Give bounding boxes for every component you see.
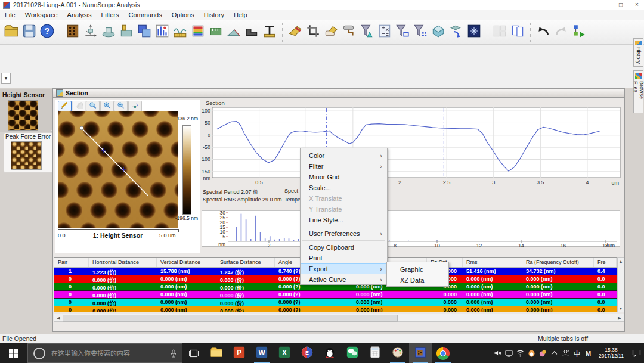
cortana-icon[interactable]	[33, 348, 45, 359]
tab-browse-files[interactable]: Browse Files	[633, 70, 643, 113]
restore-button[interactable]: □	[612, 0, 630, 10]
slope-button[interactable]	[225, 23, 243, 42]
tab-history[interactable]: History	[633, 38, 643, 67]
export-model-button[interactable]	[447, 23, 465, 42]
menu-history[interactable]: History	[199, 11, 229, 18]
minimize-button[interactable]: —	[594, 0, 612, 10]
menu-item-scale[interactable]: Scale...	[301, 182, 387, 193]
scroll-left-icon[interactable]: ◀	[55, 316, 61, 321]
clean-squeegee-button[interactable]	[286, 23, 304, 42]
overlay-images-button[interactable]	[135, 23, 153, 42]
wave-ruler-button[interactable]	[171, 23, 189, 42]
menu-item-filter[interactable]: Filter›	[301, 161, 387, 172]
line-section-tool-button[interactable]	[58, 101, 72, 111]
math-filter-button[interactable]	[376, 23, 394, 42]
microphone-icon[interactable]	[170, 349, 177, 358]
crop-tool-button[interactable]	[304, 23, 322, 42]
start-button[interactable]	[0, 343, 27, 363]
menu-item-user-preferences[interactable]: User Preferences›	[301, 228, 387, 239]
zoom-out-tool-button[interactable]	[114, 101, 128, 111]
funnel-peak-filter-button[interactable]	[358, 23, 376, 42]
ime-indicator[interactable]: 中	[571, 343, 583, 363]
m-badge[interactable]: M	[583, 343, 594, 363]
menu-item-x-translate[interactable]: X Translate	[301, 193, 387, 204]
ev-app-taskbar-button[interactable]: E	[296, 343, 318, 363]
clock[interactable]: 15:38 2017/12/11	[594, 343, 628, 363]
menu-file[interactable]: File	[0, 11, 20, 18]
table-horizontal-scrollbar[interactable]: ◀ ▶	[54, 314, 624, 322]
taskbar-search[interactable]	[27, 343, 182, 363]
chrome-taskbar-button[interactable]	[432, 343, 454, 363]
menu-item-print[interactable]: Print	[301, 253, 387, 263]
spectrum-2d-button[interactable]	[465, 23, 483, 42]
action-center-button[interactable]	[628, 343, 644, 363]
column-header[interactable]: Surface Distance	[216, 258, 275, 267]
leveling-button[interactable]	[100, 23, 117, 42]
afm-image[interactable]	[58, 111, 178, 228]
file-explorer-taskbar-button[interactable]	[205, 343, 228, 363]
scrollbar-thumb[interactable]	[63, 315, 398, 322]
menu-item-active-curve[interactable]: Active Curve›	[301, 274, 387, 285]
redo-button[interactable]	[552, 23, 570, 42]
menu-help[interactable]: Help	[229, 11, 252, 18]
scroll-down-icon[interactable]: ▼	[618, 306, 624, 311]
paint-taskbar-button[interactable]	[386, 343, 409, 363]
menu-analysis[interactable]: Analysis	[63, 11, 97, 18]
qq-tray-2-icon[interactable]	[526, 343, 537, 363]
rainbow-map-button[interactable]	[189, 23, 207, 42]
view-3d-button[interactable]	[429, 23, 447, 42]
column-header[interactable]: Fre	[594, 258, 617, 267]
step-measure-button[interactable]	[243, 23, 261, 42]
menu-item-copy-clipboard[interactable]: Copy Clipboard	[301, 242, 387, 253]
column-header[interactable]: Pair	[54, 258, 89, 267]
funnel-box-filter-button[interactable]	[394, 23, 411, 42]
green-ruler-button[interactable]	[207, 23, 225, 42]
menu-commands[interactable]: Commands	[123, 11, 166, 18]
funnel-grid-filter-button[interactable]	[411, 23, 429, 42]
menu-item-export[interactable]: Export›	[301, 263, 387, 274]
tray-expand-icon[interactable]	[549, 343, 560, 363]
undo-button[interactable]	[534, 23, 552, 42]
column-header[interactable]: Ra (Frequency Cutoff)	[522, 258, 594, 267]
scroll-up-icon[interactable]: ▲	[618, 259, 624, 263]
zoom-in-tool-button[interactable]	[100, 101, 114, 111]
column-header[interactable]: Rms	[463, 258, 522, 267]
word-taskbar-button[interactable]: W	[250, 343, 273, 363]
menu-item-color[interactable]: Color›	[301, 150, 387, 161]
menu-filters[interactable]: Filters	[97, 11, 124, 18]
menu-item-graphic[interactable]: Graphic	[387, 264, 448, 275]
volume-muted-icon[interactable]	[492, 343, 503, 363]
tab-list-dropdown-icon[interactable]: ▼	[1, 73, 11, 84]
pan-tool-button[interactable]	[72, 101, 86, 111]
section-profile-plot[interactable]: 0.511.522.533.54100500-50-100-150nmum	[202, 106, 623, 188]
spectrum-plot[interactable]: 30252015105nm24681012141618/um	[202, 209, 623, 248]
wifi-icon[interactable]	[515, 343, 526, 363]
workspace-layout-button[interactable]	[491, 23, 509, 42]
zoom-select-tool-button[interactable]	[86, 101, 100, 111]
depth-histogram-button[interactable]	[153, 23, 171, 42]
table-row[interactable]: 00.000 (价)0.000 (nm)0.000 (价)0.000 (?)0.…	[54, 299, 617, 306]
report-pages-button[interactable]	[509, 23, 527, 42]
qq-tray-1-icon[interactable]	[537, 343, 549, 363]
pattern-box-button[interactable]	[64, 23, 82, 42]
display-tray-icon[interactable]	[503, 343, 515, 363]
open-file-button[interactable]	[2, 23, 20, 42]
calculator-taskbar-button[interactable]	[364, 343, 386, 363]
close-button[interactable]: ×	[630, 0, 644, 10]
menu-item-y-translate[interactable]: Y Translate	[301, 204, 387, 215]
menu-item-minor-grid[interactable]: Minor Grid	[301, 172, 387, 182]
run-autoprogram-button[interactable]	[570, 23, 588, 42]
search-input[interactable]	[50, 349, 170, 358]
help-button[interactable]: ?	[38, 23, 56, 42]
task-view-button[interactable]	[182, 343, 205, 363]
column-header[interactable]: Horizontal Distance	[89, 258, 157, 267]
menu-item-xz-data[interactable]: XZ Data	[387, 275, 448, 286]
roller-tool-button[interactable]	[340, 23, 358, 42]
ruler-flag-button[interactable]	[117, 23, 135, 42]
eraser-tool-button[interactable]	[322, 23, 340, 42]
channel-thumbnail[interactable]	[11, 141, 42, 170]
excel-taskbar-button[interactable]: X	[273, 343, 296, 363]
table-row[interactable]: 00.000 (价)0.000 (nm)0.000 (价)0.000 (?)0.…	[54, 291, 617, 299]
table-row[interactable]: 00.000 (价)0.000 (nm)0.000 (价)0.000 (?)0.…	[54, 306, 617, 312]
xyz-axis-button[interactable]	[82, 23, 100, 42]
